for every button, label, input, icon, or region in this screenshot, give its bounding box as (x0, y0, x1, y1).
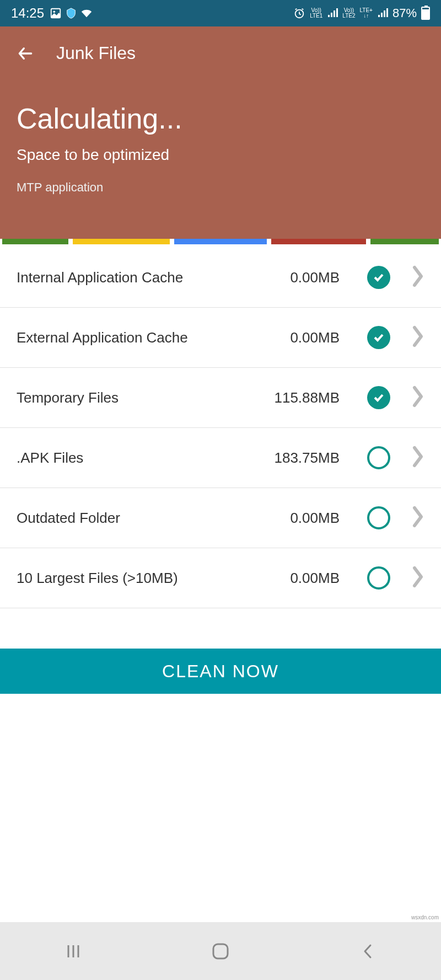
battery-icon (421, 7, 430, 20)
chevron-right-icon[interactable] (412, 566, 424, 590)
checkbox-checked-icon[interactable] (367, 326, 390, 349)
back-arrow-icon[interactable] (17, 45, 34, 62)
android-nav-bar (0, 922, 441, 980)
svg-point-1 (53, 10, 55, 13)
chevron-right-icon[interactable] (412, 385, 424, 410)
item-label: Temporary Files (17, 389, 274, 406)
status-icons-left (50, 7, 93, 19)
checkbox-unchecked-icon[interactable] (367, 566, 390, 590)
progress-segment (271, 239, 366, 244)
item-label: .APK Files (17, 449, 274, 467)
list-item[interactable]: Internal Application Cache0.00MB (0, 248, 441, 308)
list-item[interactable]: .APK Files183.75MB (0, 428, 441, 488)
sim2-indicator: Vo)) LTE2 (342, 8, 355, 19)
chevron-right-icon[interactable] (412, 506, 424, 530)
item-size: 0.00MB (290, 269, 340, 286)
item-label: Outdated Folder (17, 510, 290, 527)
shield-icon (65, 7, 77, 19)
item-size: 0.00MB (290, 329, 340, 346)
sim2-label: LTE2 (342, 13, 355, 19)
data-arrows-icon: ↓↑ (363, 13, 369, 19)
item-size: 0.00MB (290, 570, 340, 587)
page-title: Junk Files (56, 43, 136, 63)
progress-segment (2, 239, 68, 244)
battery-percent: 87% (392, 6, 417, 20)
signal1-icon (327, 8, 338, 18)
sim1-label: LTE1 (310, 13, 322, 19)
list-item[interactable]: 10 Largest Files (>10MB)0.00MB (0, 548, 441, 608)
checkbox-unchecked-icon[interactable] (367, 446, 390, 469)
item-label: External Application Cache (17, 329, 290, 346)
progress-bar (0, 239, 441, 244)
list-item[interactable]: External Application Cache0.00MB (0, 308, 441, 368)
sim1-indicator: Vo)) LTE1 (310, 8, 322, 19)
calculating-subtitle: Space to be optimized (17, 146, 424, 164)
status-right: Vo)) LTE1 Vo)) LTE2 LTE+ ↓↑ 87% (293, 6, 430, 20)
clean-now-button[interactable]: CLEAN NOW (0, 649, 441, 694)
chevron-right-icon[interactable] (412, 325, 424, 350)
svg-rect-3 (213, 944, 228, 958)
progress-segment (370, 239, 439, 244)
list-item[interactable]: Temporary Files115.88MB (0, 368, 441, 428)
item-label: 10 Largest Files (>10MB) (17, 570, 290, 587)
junk-category-list: Internal Application Cache0.00MBExternal… (0, 248, 441, 608)
progress-segment (73, 239, 170, 244)
signal2-icon (377, 8, 388, 18)
checkbox-unchecked-icon[interactable] (367, 506, 390, 529)
list-item[interactable]: Outdated Folder0.00MB (0, 488, 441, 548)
status-bar: 14:25 Vo)) LTE1 Vo)) LTE2 LTE+ ↓↑ 87% (0, 0, 441, 26)
checkbox-checked-icon[interactable] (367, 266, 390, 289)
progress-segment (174, 239, 267, 244)
home-button[interactable] (209, 940, 232, 962)
header: Junk Files Calculating... Space to be op… (0, 26, 441, 239)
item-size: 0.00MB (290, 510, 340, 527)
recents-button[interactable] (62, 940, 84, 962)
lte-plus-indicator: LTE+ ↓↑ (360, 8, 373, 19)
calculating-title: Calculating... (17, 102, 424, 135)
wifi-icon (80, 7, 93, 19)
alarm-icon (293, 7, 305, 19)
status-time: 14:25 (11, 6, 44, 21)
current-scan-app: MTP application (17, 180, 424, 195)
watermark: wsxdn.com (411, 914, 439, 920)
item-size: 115.88MB (274, 389, 340, 406)
back-button[interactable] (357, 940, 379, 962)
app-bar: Junk Files (17, 26, 424, 80)
status-left: 14:25 (11, 6, 93, 21)
chevron-right-icon[interactable] (412, 446, 424, 470)
item-label: Internal Application Cache (17, 269, 290, 286)
gallery-icon (50, 7, 62, 19)
checkbox-checked-icon[interactable] (367, 386, 390, 409)
chevron-right-icon[interactable] (412, 265, 424, 290)
item-size: 183.75MB (274, 449, 340, 467)
